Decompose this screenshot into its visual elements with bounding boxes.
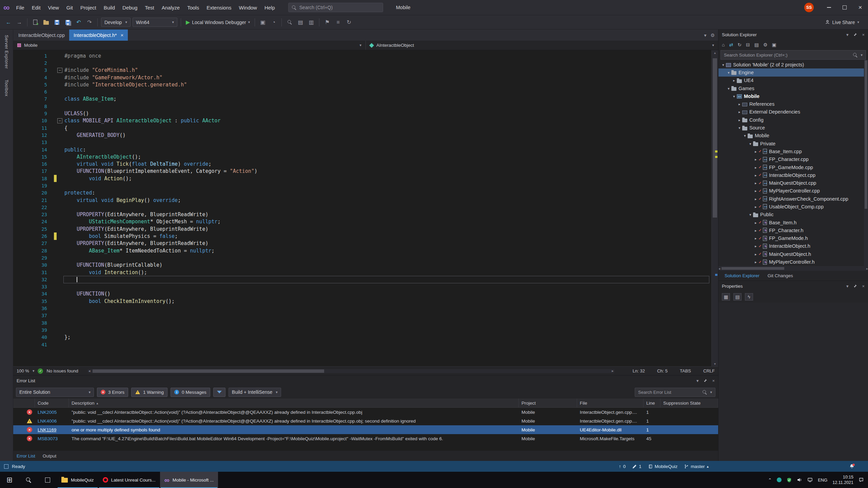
code-line[interactable]: 10−class MOBILE_API AInteractbleObject :…: [13, 117, 718, 124]
chevron-right-icon[interactable]: ▸: [737, 110, 742, 114]
code-line[interactable]: 31 void Interaction();: [13, 269, 718, 276]
tab-output[interactable]: Output: [43, 453, 57, 459]
code-line[interactable]: 30 UFUNCTION(BlueprintCallable): [13, 262, 718, 269]
save-button[interactable]: [53, 18, 61, 27]
chevron-down-icon[interactable]: ▾: [33, 369, 35, 373]
error-code[interactable]: LNK4006: [35, 419, 69, 424]
tree-item[interactable]: ▾Solution 'Mobile' (2 of 2 projects): [718, 61, 868, 68]
menu-project[interactable]: Project: [77, 3, 100, 12]
multi-filter-button[interactable]: [213, 388, 225, 397]
start-debugging-button[interactable]: ▶ Local Windows Debugger ▾: [184, 18, 251, 27]
show-hidden-icons-button[interactable]: ⌃: [768, 477, 772, 483]
tab-error-list[interactable]: Error List: [17, 453, 35, 459]
tree-item[interactable]: ▸Config: [718, 116, 868, 124]
menu-extensions[interactable]: Extensions: [203, 3, 235, 12]
error-row[interactable]: ×LNK2005"public: void __cdecl AInteractb…: [13, 408, 718, 416]
tree-item[interactable]: ▾Mobile: [718, 132, 868, 140]
tree-vertical-scrollbar[interactable]: [864, 60, 868, 266]
chevron-right-icon[interactable]: ▸: [753, 165, 758, 169]
chevron-right-icon[interactable]: ▸: [753, 173, 758, 177]
bookmark-button[interactable]: ⚑: [323, 18, 332, 27]
document-tab[interactable]: InteractbleObject.h*×: [69, 29, 128, 41]
menu-view[interactable]: View: [44, 3, 63, 12]
scroll-up-icon[interactable]: ▴: [712, 51, 718, 55]
code-line[interactable]: 19: [13, 182, 718, 189]
outgoing-commits-button[interactable]: ↑ 0: [619, 464, 626, 469]
tree-item[interactable]: ▾Games: [718, 84, 868, 92]
close-icon[interactable]: ×: [862, 284, 865, 289]
tree-item[interactable]: ▾Engine: [718, 68, 868, 76]
scroll-left-icon[interactable]: ◂: [88, 369, 91, 373]
code-line[interactable]: 38: [13, 319, 718, 326]
code-line[interactable]: 24 UStaticMeshComponent* ObjectMesh = nu…: [13, 218, 718, 225]
menu-help[interactable]: Help: [261, 3, 279, 12]
tree-item[interactable]: ▸✓MainQuestObject.cpp: [718, 179, 868, 187]
chevron-right-icon[interactable]: ▸: [753, 157, 758, 161]
suppression-column-header[interactable]: Suppression State: [660, 399, 718, 407]
chevron-down-icon[interactable]: ▾: [731, 94, 737, 98]
code-line[interactable]: 2: [13, 59, 718, 66]
project-scope-dropdown[interactable]: Mobile ▾: [13, 41, 366, 50]
tree-item[interactable]: ▸✓InteractbleObject.h: [718, 242, 868, 250]
tool-window-tab-toolbox[interactable]: Toolbox: [4, 77, 9, 99]
code-line[interactable]: 18 void Action();: [13, 175, 718, 182]
taskbar-clock[interactable]: 10:15 12.11.2021: [832, 474, 853, 486]
error-code[interactable]: LNK1169: [35, 427, 69, 432]
tree-horizontal-scrollbar[interactable]: ◂ ▸: [718, 266, 868, 271]
properties-icon[interactable]: ⚙: [763, 42, 768, 47]
description-column-header[interactable]: Description▴: [69, 399, 519, 407]
chevron-right-icon[interactable]: ▸: [753, 205, 758, 209]
tree-item[interactable]: ▾Private: [718, 140, 868, 147]
tool-window-tab-server-explorer[interactable]: Server Explorer: [4, 32, 9, 72]
task-view-button[interactable]: [38, 472, 57, 488]
tree-item[interactable]: ▸✓Base_Item.h: [718, 219, 868, 226]
code-line[interactable]: 35 bool CheckItemInInventory();: [13, 298, 718, 305]
taskbar-search-button[interactable]: [19, 472, 38, 488]
branch-picker[interactable]: master ▴: [684, 464, 709, 469]
active-files-dropdown-icon[interactable]: ▾: [704, 33, 706, 38]
repository-picker[interactable]: MobileQuiz: [648, 464, 678, 469]
unsaved-changes-button[interactable]: 1: [632, 464, 642, 469]
chevron-right-icon[interactable]: ▸: [737, 102, 742, 106]
live-share-button[interactable]: Live Share ▾: [825, 20, 864, 25]
minimize-button[interactable]: [821, 0, 837, 15]
code-line[interactable]: 15 AInteractbleObject();: [13, 153, 718, 160]
error-row[interactable]: !LNK4006"public: void __cdecl AInteractb…: [13, 416, 718, 425]
tree-item[interactable]: ▾Source: [718, 124, 868, 131]
user-avatar[interactable]: SS: [804, 3, 814, 12]
menu-test[interactable]: Test: [141, 3, 158, 12]
code-line[interactable]: 21 virtual void BeginPlay() override;: [13, 197, 718, 204]
tree-item[interactable]: ▾Public: [718, 211, 868, 219]
tree-item[interactable]: ▸References: [718, 100, 868, 108]
line-ending-indicator[interactable]: CRLF: [703, 368, 715, 373]
menu-build[interactable]: Build: [100, 3, 119, 12]
chevron-right-icon[interactable]: ▸: [753, 149, 758, 154]
chevron-right-icon[interactable]: ▸: [731, 78, 737, 82]
error-code[interactable]: MSB3073: [35, 436, 69, 441]
tree-item[interactable]: ▾Mobile: [718, 92, 868, 100]
code-line[interactable]: 40};: [13, 334, 718, 341]
uncomment-button[interactable]: ▥: [307, 18, 316, 27]
redo-button[interactable]: ↷: [85, 18, 94, 27]
tree-item[interactable]: ▸UE4: [718, 77, 868, 84]
chevron-down-icon[interactable]: ▾: [726, 86, 731, 90]
quick-search-box[interactable]: Search (Ctrl+Q): [288, 3, 383, 12]
source-filter-dropdown[interactable]: Build + IntelliSense ▾: [229, 388, 281, 397]
scrollbar-thumb[interactable]: [722, 267, 784, 270]
menu-git[interactable]: Git: [63, 3, 77, 12]
error-code[interactable]: LNK2005: [35, 410, 69, 415]
navigate-back-button[interactable]: ←: [4, 18, 13, 27]
type-scope-dropdown[interactable]: AInteractbleObject ▾: [366, 41, 718, 50]
solution-explorer-search-box[interactable]: Search Solution Explorer (Ctrl+;) ▾: [721, 50, 866, 60]
close-icon[interactable]: ×: [862, 32, 865, 37]
maximize-button[interactable]: [837, 0, 852, 15]
taskbar-app-opera[interactable]: Latest Unreal Cours...: [98, 472, 160, 488]
scroll-right-icon[interactable]: ▸: [612, 369, 614, 373]
indentation-indicator[interactable]: TABS: [680, 368, 691, 373]
code-line[interactable]: 7class ABase_Item;: [13, 96, 718, 103]
chevron-down-icon[interactable]: ▾: [721, 63, 726, 67]
project-column-header[interactable]: Project: [519, 399, 577, 407]
pin-icon[interactable]: [853, 33, 857, 37]
chevron-right-icon[interactable]: ▸: [753, 181, 758, 185]
warnings-filter-button[interactable]: ! 1 Warning: [131, 388, 167, 397]
